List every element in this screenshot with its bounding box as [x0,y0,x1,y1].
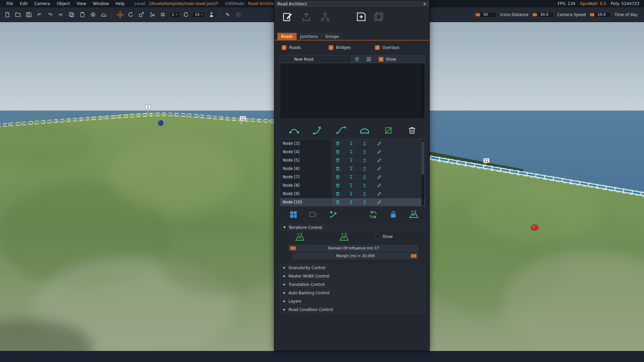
translate-tool-button[interactable] [115,10,124,19]
delete-node-button[interactable] [331,190,344,198]
node-row[interactable]: Node [9] [280,190,425,198]
road-node-sphere-red[interactable] [531,225,539,231]
insert-node-below-button[interactable] [358,165,371,173]
redo-button[interactable]: ↷ [46,10,55,19]
delete-road-button[interactable] [351,57,363,62]
tab-roads[interactable]: Roads [277,33,297,40]
settings-button[interactable] [89,10,98,19]
arc-tool-button[interactable] [289,126,299,136]
open-file-button[interactable] [13,10,22,19]
filter-roads-checkbox[interactable]: ✓ Roads [282,45,301,50]
insert-node-below-button[interactable] [358,148,371,156]
section-translation-control[interactable]: ▶ Translation Control [280,281,425,288]
player-drop-button[interactable] [207,10,216,19]
edit-node-button[interactable] [371,165,387,173]
copy-button[interactable] [67,10,76,19]
slider-handle[interactable] [411,254,417,258]
road-edit-tool-button[interactable] [282,12,292,23]
new-file-button[interactable] [3,10,12,19]
delete-node-button[interactable] [331,156,344,164]
delete-node-button[interactable] [331,148,344,156]
spline-tool-button[interactable] [336,126,346,136]
slider-handle[interactable] [476,13,480,16]
undo-button[interactable]: ↶ [35,10,44,19]
edit-node-button[interactable] [371,198,387,206]
menu-window[interactable]: Window [90,1,112,6]
save-road-button[interactable] [356,12,366,23]
delete-node-button[interactable] [331,173,344,181]
icons-distance-field[interactable]: 30 [475,12,497,18]
decals-button[interactable] [289,210,298,220]
insert-node-above-button[interactable] [344,148,358,156]
terraform-show-checkbox[interactable]: Show [375,234,393,239]
path-walk-button[interactable] [329,210,338,220]
menu-view[interactable]: View [74,1,89,6]
filter-bridges-checkbox[interactable]: ✓ Bridges [329,45,351,50]
road-list[interactable] [280,63,425,119]
road-list-row[interactable]: New Road ✓ Show [280,55,425,63]
insert-node-above-button[interactable] [344,165,358,173]
slider-handle[interactable] [533,13,537,16]
section-terraform-control[interactable]: ▼ Terraform Control [280,224,425,231]
tab-groups[interactable]: Groups [321,33,342,40]
checkbox-unchecked[interactable] [375,234,380,239]
menu-edit[interactable]: Edit [17,1,31,6]
clear-overlay-button[interactable] [384,126,392,136]
save-button[interactable] [24,10,33,19]
insert-node-above-button[interactable] [344,173,358,181]
delete-node-button[interactable] [331,139,344,147]
slider-handle[interactable] [590,13,594,16]
import-road-button[interactable] [301,12,311,23]
section-road-condition-control[interactable]: ▶ Road Condition Control [280,306,425,313]
insert-node-below-button[interactable] [358,173,371,181]
scale-tool-button[interactable] [137,10,146,19]
bridge-tool-button[interactable] [360,126,370,136]
edit-node-button[interactable] [371,181,387,189]
section-granularity-control[interactable]: ▶ Granularity Control [280,264,425,271]
lock-road-button[interactable] [389,210,397,220]
insert-node-below-button[interactable] [358,139,371,147]
slider-handle[interactable] [290,246,296,250]
edit-node-button[interactable] [371,148,387,156]
snap-grid-button[interactable] [158,10,167,19]
road-network-button[interactable] [320,12,330,23]
tab-junctions[interactable]: Junctions [297,33,321,40]
node-row[interactable]: Node [3] [280,139,425,148]
node-row[interactable]: Node [8] [280,181,425,190]
node-list-scrollbar[interactable] [422,140,424,206]
world-axis-button[interactable] [148,10,157,19]
rotate-tool-button[interactable] [126,10,135,19]
cut-button[interactable]: ✂ [56,10,65,19]
checkbox-checked[interactable]: ✓ [379,57,383,62]
menu-help[interactable]: Help [112,1,127,6]
snap-size-dropdown[interactable]: 1 ▾ [169,11,180,18]
road-name[interactable]: New Road [280,56,351,63]
insert-node-above-button[interactable] [344,156,358,164]
node-row[interactable]: Node [6] [280,165,425,173]
edit-node-button[interactable] [371,139,387,147]
node-row[interactable]: Node [5] [280,156,425,165]
road-list-scrollbar[interactable] [421,64,424,118]
delete-all-nodes-button[interactable] [408,126,416,136]
focus-road-button[interactable] [363,57,375,62]
camera-speed-field[interactable]: 30.0 [532,12,554,18]
rotate-snap-dropdown[interactable]: 15 ▾ [192,11,205,18]
insert-node-above-button[interactable] [344,198,358,206]
checkbox-checked[interactable]: ✓ [375,45,380,50]
draw-tool-button[interactable]: ✎ [223,10,232,19]
insert-node-above-button[interactable] [344,181,358,189]
node-row[interactable]: Node [7] [280,173,425,181]
delete-node-button[interactable] [331,181,344,189]
delete-node-button[interactable] [331,198,344,206]
curve-tool-button[interactable] [313,126,323,136]
preview-button[interactable] [309,211,317,220]
section-auto-banking-control[interactable]: ▶ Auto Banking Control [280,289,425,296]
terraform-flatten-button[interactable] [339,233,349,243]
insert-node-above-button[interactable] [344,139,358,147]
filter-overlays-checkbox[interactable]: ✓ Overlays [375,45,399,50]
node-row[interactable]: Node [4] [280,148,425,156]
window-titlebar[interactable]: Road Architect ✕ [274,0,429,8]
insert-node-below-button[interactable] [358,181,371,189]
road-show-checkbox[interactable]: ✓ Show [375,57,396,62]
rebuild-road-button[interactable] [369,210,378,220]
